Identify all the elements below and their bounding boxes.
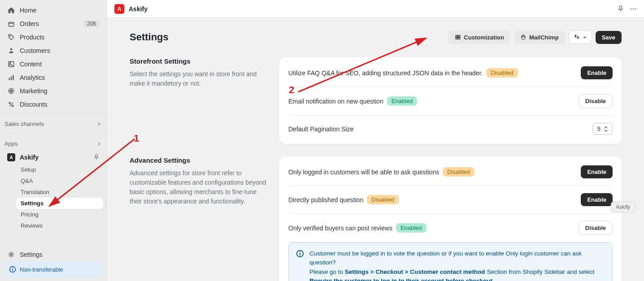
button-label: Enable — [587, 169, 606, 175]
nav-label: Settings — [21, 200, 44, 207]
stepper-icon — [604, 126, 608, 132]
advanced-section-desc: Advanced settings for store front refer … — [130, 169, 269, 206]
button-label: Disable — [585, 98, 606, 104]
non-transferable-banner[interactable]: Non-transferable — [4, 261, 103, 277]
nav-label: Home — [20, 7, 36, 14]
setting-verified-label: Only verified buyers can post reviews — [288, 225, 392, 232]
more-icon[interactable] — [630, 5, 637, 13]
nav-label: Reviews — [21, 222, 43, 229]
subnav-qa[interactable]: Q&A — [16, 175, 103, 186]
pagination-select[interactable]: 5 — [592, 123, 613, 135]
svg-point-17 — [635, 8, 636, 9]
subnav-reviews[interactable]: Reviews — [16, 220, 103, 231]
info-icon — [9, 266, 16, 273]
subnav-pricing[interactable]: Pricing — [16, 209, 103, 220]
sidebar-app-askify[interactable]: A Askify — [4, 151, 103, 164]
orders-badge: 206 — [83, 20, 100, 27]
nav-content[interactable]: Content — [4, 57, 103, 71]
storefront-section-title: Storefront Settings — [130, 57, 269, 65]
askify-app-icon: A — [7, 153, 15, 161]
orders-icon — [7, 20, 15, 28]
setting-email-label: Email notification on new question — [288, 98, 383, 105]
svg-point-11 — [9, 102, 10, 104]
page-title: Settings — [130, 31, 169, 43]
enable-publish-button[interactable]: Enable — [581, 193, 613, 206]
app-name-label: Askify — [20, 154, 39, 161]
chevron-right-icon — [96, 141, 102, 147]
nav-label: Content — [20, 61, 42, 68]
gear-icon — [7, 251, 15, 259]
nav-label: Marketing — [20, 87, 47, 95]
nav-home[interactable]: Home — [4, 4, 103, 17]
chevron-down-icon — [583, 35, 587, 39]
subnav-translation[interactable]: Translation — [16, 186, 103, 198]
nav-label: Setup — [21, 166, 36, 173]
setting-seo-label: Utilize FAQ Q&A for SEO, adding structur… — [288, 69, 483, 77]
nav-orders[interactable]: Orders 206 — [4, 17, 103, 30]
pin-icon[interactable] — [93, 154, 100, 160]
svg-point-2 — [10, 48, 13, 50]
svg-rect-7 — [13, 75, 13, 80]
button-label: MailChimp — [529, 34, 559, 41]
nav-label: Customers — [20, 47, 50, 54]
section-label: Sales channels — [4, 121, 44, 127]
nav-label: Q&A — [21, 177, 33, 184]
customers-icon — [7, 47, 15, 55]
banner-line2a: Please go to — [309, 268, 345, 275]
section-label: Apps — [4, 140, 18, 147]
sales-channels-header[interactable]: Sales channels — [0, 117, 107, 131]
advanced-card: Only logged in customers will be able to… — [279, 156, 622, 281]
nav-discounts[interactable]: Discounts — [4, 98, 103, 111]
svg-point-10 — [11, 91, 12, 91]
nav-label: Discounts — [20, 101, 47, 108]
disable-email-button[interactable]: Disable — [579, 94, 613, 108]
language-button[interactable] — [569, 30, 592, 44]
subnav-setup[interactable]: Setup — [16, 164, 103, 175]
askify-logo-icon: A — [114, 4, 124, 14]
subnav-settings[interactable]: Settings — [16, 198, 103, 209]
button-label: Save — [602, 34, 615, 41]
enable-logged-button[interactable]: Enable — [581, 165, 613, 178]
customization-icon — [455, 34, 461, 40]
save-button[interactable]: Save — [596, 31, 622, 44]
bottom-settings[interactable]: Settings — [4, 248, 103, 261]
customization-button[interactable]: Customization — [448, 31, 510, 44]
advanced-section-title: Advanced Settings — [130, 156, 269, 164]
setting-publish-label: Directly published question — [288, 196, 363, 203]
svg-rect-18 — [456, 35, 457, 37]
status-badge: Enabled — [387, 96, 418, 106]
select-value: 5 — [597, 125, 600, 132]
enable-seo-button[interactable]: Enable — [581, 66, 613, 79]
status-badge: Disabled — [443, 167, 474, 177]
banner-line2b: Section from Shopify Sidebar and select — [485, 268, 595, 275]
nav-label: Settings — [20, 251, 43, 258]
app-topbar: A Askify — [107, 0, 644, 18]
main-content: Settings Customization MailChimp Save St… — [107, 18, 644, 281]
setting-pagination-label: Default Pagination Size — [288, 125, 354, 133]
nav-marketing[interactable]: Marketing — [4, 84, 103, 98]
nav-label: Translation — [21, 189, 49, 195]
svg-point-15 — [631, 8, 632, 9]
nav-label: Products — [20, 34, 44, 41]
svg-rect-19 — [458, 35, 460, 37]
pin-icon[interactable] — [617, 5, 624, 13]
svg-point-23 — [522, 36, 523, 37]
mailchimp-button[interactable]: MailChimp — [514, 31, 565, 44]
storefront-card: Utilize FAQ Q&A for SEO, adding structur… — [279, 57, 622, 144]
disable-verified-button[interactable]: Disable — [579, 221, 613, 235]
svg-point-1 — [10, 36, 11, 37]
svg-point-12 — [12, 105, 13, 107]
svg-point-16 — [633, 8, 634, 9]
chevron-right-icon — [96, 121, 102, 127]
banner-bold1: Settings > Checkout > Customer contact m… — [345, 268, 485, 275]
banner-text: Customer must be logged in to vote the q… — [309, 249, 605, 281]
banner-bold2: Require the customer to log in to their … — [309, 277, 492, 281]
svg-point-24 — [524, 36, 524, 37]
apps-header[interactable]: Apps — [0, 137, 107, 151]
nav-products[interactable]: Products — [4, 30, 103, 44]
svg-rect-20 — [456, 38, 457, 39]
button-label: Enable — [587, 196, 606, 203]
nav-analytics[interactable]: Analytics — [4, 71, 103, 84]
nav-customers[interactable]: Customers — [4, 44, 103, 57]
storefront-section-desc: Select the settings you want in store fr… — [130, 69, 269, 88]
